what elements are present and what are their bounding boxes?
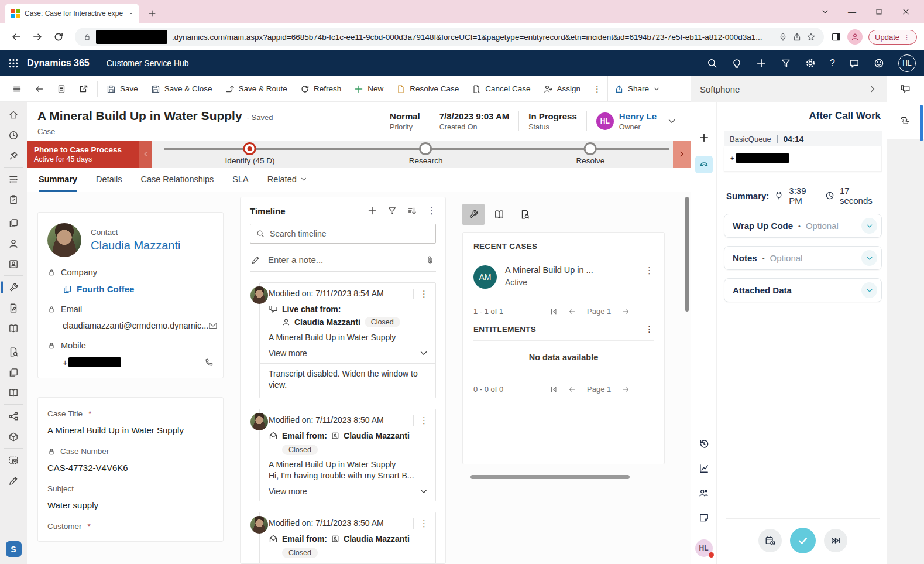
sidebar-item-email-templates[interactable]	[0, 450, 27, 470]
brand-title[interactable]: Dynamics 365	[27, 58, 90, 69]
panel-tab-search[interactable]	[514, 204, 536, 225]
browser-tab[interactable]: Case: Case for Interactive experie	[5, 4, 139, 23]
app-name[interactable]: Customer Service Hub	[107, 59, 189, 68]
bpf-stage-identify[interactable]: Identify (45 D)	[225, 142, 275, 165]
entitlements-more-icon[interactable]: ⋮	[645, 324, 654, 334]
save-button[interactable]: Save	[100, 76, 145, 101]
history-icon[interactable]	[699, 439, 709, 449]
company-link[interactable]: Fourth Coffee	[63, 284, 134, 294]
active-call-session-button[interactable]	[695, 156, 713, 173]
contact-photo-avatar[interactable]	[47, 223, 81, 257]
enter-note-row[interactable]: Enter a note...	[250, 248, 436, 272]
accordion-chevron[interactable]	[861, 218, 877, 234]
feedback-chat-icon[interactable]	[849, 58, 860, 69]
timeline-search-box[interactable]	[250, 224, 436, 244]
sidebar-item-activities[interactable]	[0, 189, 27, 210]
new-button[interactable]: New	[348, 76, 390, 101]
panel-scrollbar[interactable]	[920, 105, 923, 141]
notes-accordion[interactable]: Notes • Optional	[724, 246, 882, 270]
paperclip-icon[interactable]	[425, 255, 435, 265]
contact-name-link[interactable]: Claudia Mazzanti	[91, 239, 180, 252]
collapse-sitemap-icon[interactable]	[6, 76, 28, 101]
mic-icon[interactable]	[778, 32, 788, 42]
sidebar-item-knowledge-articles[interactable]	[0, 318, 27, 339]
browser-profile-avatar[interactable]	[847, 29, 863, 45]
bookmark-star-icon[interactable]	[806, 32, 816, 42]
subject-value[interactable]: Water supply	[47, 500, 214, 510]
status-field[interactable]: In Progress Status	[519, 111, 587, 131]
filter-icon[interactable]	[781, 58, 791, 69]
sidebar-toggle-icon[interactable]	[831, 32, 841, 42]
sidebar-item-connections[interactable]	[0, 406, 27, 426]
go-back-icon[interactable]	[28, 76, 50, 101]
entry-more-icon[interactable]: ⋮	[420, 415, 428, 426]
entry-person[interactable]: Claudia Mazzanti	[344, 431, 410, 440]
horizontal-scrollbar[interactable]	[470, 475, 630, 479]
browser-forward-icon[interactable]	[28, 28, 47, 46]
next-page-icon[interactable]	[621, 307, 630, 316]
sidebar-item-dashboards[interactable]	[0, 169, 27, 189]
conversations-chat-icon[interactable]	[900, 84, 911, 94]
next-page-icon[interactable]	[621, 385, 630, 394]
sidebar-item-social-profiles[interactable]	[0, 254, 27, 274]
tab-summary[interactable]: Summary	[39, 175, 77, 192]
user-avatar[interactable]: HL	[898, 54, 916, 72]
sidebar-item-knowledge-base[interactable]	[0, 382, 27, 403]
sidebar-item-knowledge-search[interactable]	[0, 341, 27, 362]
timeline-add-icon[interactable]	[367, 206, 377, 216]
case-title-value[interactable]: A Mineral Build Up in Water Supply	[47, 425, 214, 435]
refresh-button[interactable]: Refresh	[294, 76, 348, 101]
view-more-row[interactable]: View more	[269, 487, 428, 496]
sidebar-item-contacts[interactable]	[0, 233, 27, 254]
vertical-scrollbar[interactable]	[685, 197, 689, 312]
sidebar-item-article-templates[interactable]	[0, 362, 27, 382]
view-more-row[interactable]: View more	[269, 348, 428, 358]
previous-page-icon[interactable]	[568, 385, 576, 394]
timeline-entry[interactable]: Modified on: 7/11/2023 8:50 AM ⋮ Email f…	[259, 409, 436, 501]
accordion-chevron[interactable]	[861, 250, 877, 266]
mobile-field-value[interactable]: +	[63, 357, 214, 367]
sidebar-item-queues[interactable]	[0, 298, 27, 318]
timeline-search-input[interactable]	[270, 229, 430, 238]
smiley-icon[interactable]	[874, 58, 884, 69]
new-session-plus-icon[interactable]	[699, 132, 709, 143]
window-minimize-icon[interactable]: —	[839, 0, 865, 23]
panel-tab-cases[interactable]	[462, 204, 485, 225]
browser-menu-icon[interactable]: ⋮	[903, 33, 911, 42]
bpf-process-box[interactable]: Phone to Case Process Active for 45 days	[27, 141, 152, 168]
waffle-icon[interactable]	[8, 58, 19, 69]
wrap-up-code-accordion[interactable]: Wrap Up Code • Optional	[724, 214, 882, 238]
window-close-icon[interactable]	[892, 0, 919, 23]
chart-icon[interactable]	[699, 463, 709, 474]
case-number-value[interactable]: CAS-47732-V4V6K6	[47, 463, 214, 473]
entry-person[interactable]: Claudia Mazzanti	[344, 534, 410, 544]
schedule-callback-button[interactable]	[758, 529, 782, 552]
sidebar-item-recent[interactable]	[0, 125, 27, 145]
sidebar-item-home[interactable]	[0, 104, 27, 125]
save-and-close-button[interactable]: Save & Close	[145, 76, 219, 101]
notes-icon[interactable]	[699, 512, 709, 523]
complete-acw-button[interactable]	[790, 528, 816, 553]
created-on-field[interactable]: 7/8/2023 9:03 AM Created On	[430, 111, 520, 131]
previous-page-icon[interactable]	[568, 307, 576, 316]
bpf-collapse-chevron-icon[interactable]	[139, 141, 152, 168]
quick-create-plus-icon[interactable]	[756, 58, 767, 69]
sidebar-item-cases[interactable]	[0, 277, 27, 298]
bpf-stage-research[interactable]: Research	[409, 142, 443, 165]
recent-case-more-icon[interactable]: ⋮	[645, 265, 654, 289]
window-maximize-icon[interactable]	[865, 0, 892, 23]
url-bar[interactable]: .dynamics.com/main.aspx?appid=6685b74b-f…	[75, 28, 824, 46]
new-tab-button[interactable]	[144, 5, 160, 22]
puzzle-extension-icon[interactable]	[900, 115, 911, 126]
settings-gear-icon[interactable]	[805, 58, 816, 69]
tab-sla[interactable]: SLA	[232, 175, 248, 192]
search-icon[interactable]	[707, 58, 717, 69]
owner-value[interactable]: Henry Le	[619, 111, 657, 121]
agent-avatar[interactable]: HL	[695, 539, 713, 557]
priority-field[interactable]: Normal Priority	[380, 111, 430, 131]
browser-back-icon[interactable]	[7, 28, 26, 46]
attached-data-accordion[interactable]: Attached Data	[724, 278, 882, 302]
tab-close-icon[interactable]	[128, 10, 135, 17]
skip-button[interactable]	[824, 529, 847, 552]
save-and-route-button[interactable]: Save & Route	[219, 76, 294, 101]
